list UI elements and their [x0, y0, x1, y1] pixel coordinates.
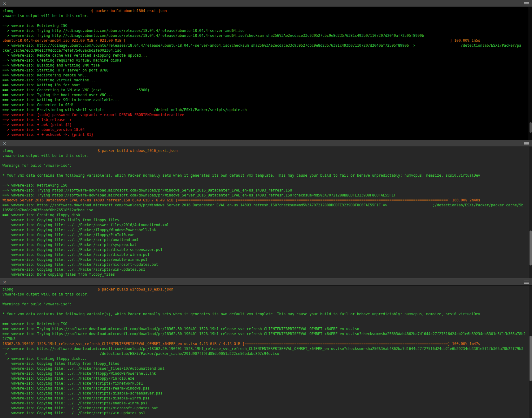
terminal-line: ==> vmware-iso: + ubuntu_version=18.04: [2, 127, 529, 132]
terminal-line: vmware-iso: Copying file: ../../Packer/f…: [2, 232, 529, 237]
hamburger-menu-icon[interactable]: [524, 142, 529, 145]
terminal-line: vmware-iso: Copying file: ../../Packer/s…: [2, 252, 529, 257]
terminal-line: ==> vmware-iso: Provisioning with shell …: [2, 107, 529, 112]
terminal-line: ==> vmware-iso: https://software-downloa…: [2, 203, 529, 208]
terminal-line: ==> vmware-iso: Creating required virtua…: [2, 58, 529, 63]
terminal-line: [2, 158, 529, 163]
terminal-pane-windows10: ✕ clong $ packer build windows_10_esxi.j…: [0, 278, 532, 418]
terminal-line: ==> vmware-iso: Trying https://software-…: [2, 193, 529, 198]
terminal-line: vmware-iso: Copying files flatly from fl…: [2, 218, 529, 222]
terminal-line: ==> vmware-iso: Connected to SSH!: [2, 102, 529, 107]
terminal-line: ==> vmware-iso: Trying https://software-…: [2, 331, 529, 336]
terminal-line: clong $ packer build ubuntu1804_esxi.jso…: [2, 8, 529, 13]
terminal-line: vmware-iso output will be in this color.: [2, 13, 529, 18]
terminal-line: vmware-iso: Copying file: ../../Packer/s…: [2, 391, 529, 396]
terminal-line: [2, 178, 529, 183]
terminal-line: ==> vmware-iso: Trying https://software-…: [2, 326, 529, 331]
terminal-content[interactable]: clong $ packer build windows_2016_esxi.j…: [0, 147, 529, 278]
terminal-line: ==> vmware-iso: Retrieving ISO: [2, 183, 529, 188]
terminal-content[interactable]: clong $ packer build ubuntu1804_esxi.jso…: [0, 7, 529, 140]
close-icon[interactable]: ✕: [3, 140, 7, 147]
terminal-line: ubuntu-18.04.4-server-amd64.iso 921.00 M…: [2, 38, 529, 43]
terminal-line: 2f79b3: [2, 336, 529, 341]
terminal-line: vmware-iso output will be in this color.: [2, 292, 529, 297]
pane-titlebar[interactable]: ✕: [0, 0, 532, 7]
terminal-line: ==> vmware-iso: Creating floppy disk...: [2, 213, 529, 218]
terminal-line: vmware-iso: Copying file: ../../Packer/s…: [2, 381, 529, 386]
terminal-line: vmware-iso: Copying file: ../../Packer/s…: [2, 396, 529, 401]
scrollbar-thumb[interactable]: [530, 336, 532, 381]
terminal-line: vmware-iso: Copying file: ../../Packer/a…: [2, 222, 529, 227]
terminal-line: 18362.30.190401-1528.19h1_release_svc_re…: [2, 341, 529, 346]
terminal-line: ==> vmware-iso: https://software-downloa…: [2, 346, 529, 351]
terminal-line: clong $ packer build windows_2016_esxi.j…: [2, 148, 529, 153]
scrollbar[interactable]: [529, 286, 532, 418]
terminal-line: vmware-iso: Copying files flatly from fl…: [2, 361, 529, 366]
terminal-line: ==> vmware-iso: Starting HTTP server on …: [2, 68, 529, 73]
terminal-line: ==> vmware-iso: Trying http://cdimage.ub…: [2, 33, 529, 38]
terminal-line: ==> vmware-iso: http://cdimage.ubuntu.co…: [2, 43, 529, 48]
terminal-line: vmware-iso: Copying file: ../../Packer/s…: [2, 386, 529, 391]
terminal-line: vmware-iso: Copying file: ../../Packer/f…: [2, 376, 529, 381]
terminal-line: ==> vmware-iso: Trying http://cdimage.ub…: [2, 28, 529, 33]
terminal-line: ==> vmware-iso: + awk {print $2}: [2, 122, 529, 127]
terminal-line: vmware-iso: Copying file: ../../Packer/s…: [2, 406, 529, 411]
terminal-line: vmware-iso: Copying file: ../../Packer/s…: [2, 267, 529, 272]
terminal-line: vmware-iso: Copying file: ../../Packer/f…: [2, 371, 529, 376]
terminal-line: vmware-iso output will be in this color.: [2, 153, 529, 158]
terminal-line: vmware-iso: Copying file: ../../Packer/s…: [2, 247, 529, 252]
terminal-line: vmware-iso: Copying file: ../../Packer/s…: [2, 257, 529, 262]
scrollbar-thumb[interactable]: [530, 231, 532, 265]
hamburger-menu-icon[interactable]: [524, 281, 529, 284]
terminal-line: ==> vmware-iso: Registering remote VM...: [2, 73, 529, 78]
terminal-line: Windows_Server_2016_Datacenter_EVAL_en-u…: [2, 198, 529, 203]
terminal-line: vmware-iso: Copying file: ../../Packer/a…: [2, 366, 529, 371]
terminal-line: ==> vmware-iso: + lsb_release -r: [2, 117, 529, 122]
terminal-line: ==> vmware-iso: + + echoawk -F. {print $…: [2, 132, 529, 137]
terminal-line: 1055098d7ba8d2d635babf6bb76518512afbde.i…: [2, 208, 529, 213]
pane-titlebar[interactable]: ✕: [0, 140, 532, 147]
terminal-line: ==> vmware-iso: Remote cache was verifie…: [2, 53, 529, 58]
terminal-pane-windows2016: ✕ clong $ packer build windows_2016_esxi…: [0, 140, 532, 278]
terminal-line: [2, 307, 529, 312]
terminal-line: vmware-iso: Copying file: ../../Packer/s…: [2, 411, 529, 416]
close-icon[interactable]: ✕: [3, 279, 7, 285]
terminal-line: ==> vmware-iso: Retrieving ISO: [2, 23, 529, 28]
terminal-line: ==> vmware-iso: Creating floppy disk...: [2, 356, 529, 361]
terminal-line: clong $ packer build windows_10_esxi.jso…: [2, 287, 529, 292]
terminal-line: ==> vmware-iso: Typing the boot command …: [2, 93, 529, 97]
scrollbar[interactable]: [529, 147, 532, 278]
terminal-line: [2, 317, 529, 321]
terminal-line: ==> vmware-iso: [sudo] password for vagr…: [2, 112, 529, 117]
hamburger-menu-icon[interactable]: [524, 2, 529, 5]
terminal-line: vmware-iso: Done copying files from flop…: [2, 272, 529, 277]
terminal-line: Warnings for build 'vmware-iso':: [2, 302, 529, 307]
terminal-line: vmware-iso: Copying file: ../../Packer/s…: [2, 401, 529, 406]
terminal-line: cker_cache/e6d790e1cf0dcbca7fefef75468ac…: [2, 48, 529, 53]
terminal-line: ==> vmware-iso: Waiting for SSH to becom…: [2, 97, 529, 102]
terminal-line: vmware-iso: Copying file: ../../Packer/s…: [2, 262, 529, 267]
terminal-line: ==> vmware-iso: Building and writing VMX…: [2, 63, 529, 68]
terminal-line: * Your vmx data contains the following v…: [2, 312, 529, 317]
terminal-line: ==> vmware-iso: Connecting to VM via VNC…: [2, 88, 529, 93]
terminal-line: ==> vmware-iso: Waiting 10s for boot...: [2, 83, 529, 88]
terminal-content[interactable]: clong $ packer build windows_10_esxi.jso…: [0, 286, 529, 418]
close-icon[interactable]: ✕: [3, 1, 7, 7]
terminal-line: [2, 297, 529, 302]
pane-titlebar[interactable]: ✕: [0, 278, 532, 285]
terminal-line: ==> vmware-iso: Retrieving ISO: [2, 321, 529, 326]
terminal-line: * Your vmx data contains the following v…: [2, 173, 529, 178]
terminal-line: ==> vmware-iso: Trying https://software-…: [2, 188, 529, 193]
terminal-line: [2, 18, 529, 23]
terminal-line: [2, 168, 529, 173]
terminal-line: => /detectionlab/ESXi/Packer/packer_cach…: [2, 351, 529, 356]
terminal-line: vmware-iso: Copying file: ../../Packer/f…: [2, 227, 529, 232]
terminal-pane-ubuntu1804: ✕ clong $ packer build ubuntu1804_esxi.j…: [0, 0, 532, 140]
scrollbar-thumb[interactable]: [530, 122, 532, 133]
terminal-line: Warnings for build 'vmware-iso':: [2, 163, 529, 168]
terminal-line: ==> vmware-iso: Starting virtual machine…: [2, 78, 529, 83]
scrollbar[interactable]: [529, 7, 532, 140]
terminal-line: vmware-iso: Copying file: ../../Packer/s…: [2, 237, 529, 242]
terminal-line: vmware-iso: Copying file: ../../Packer/s…: [2, 242, 529, 247]
